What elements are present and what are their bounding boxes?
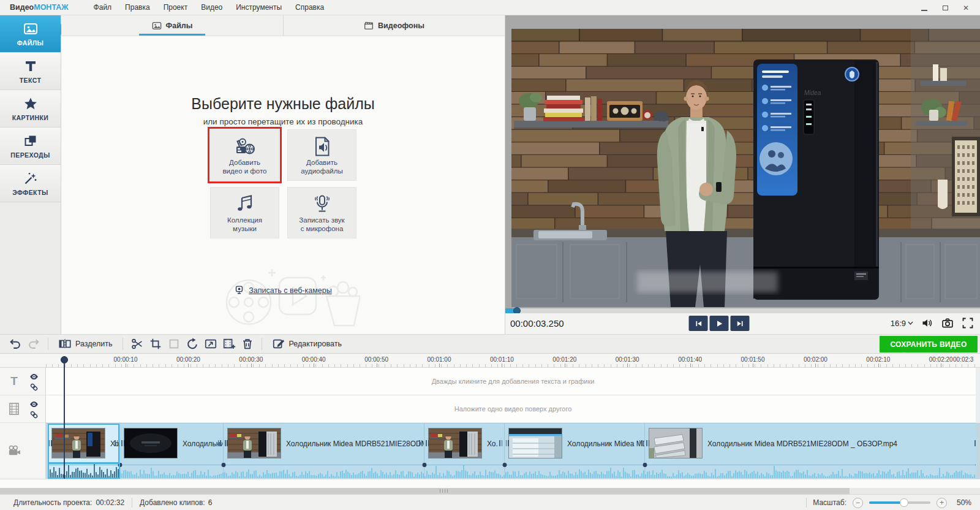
- vertical-scrollbar-thumb[interactable]: [976, 423, 980, 479]
- timeline-clip[interactable]: Холодильник: [120, 424, 224, 463]
- audio-track[interactable]: [46, 463, 980, 479]
- frame-button[interactable]: [167, 337, 181, 351]
- clip-right-trim-handle[interactable]: [115, 440, 118, 446]
- sidebar-item-transitions[interactable]: ПЕРЕХОДЫ: [0, 128, 61, 165]
- horizontal-scrollbar-thumb[interactable]: [0, 488, 850, 494]
- window-controls: ✕: [916, 0, 974, 15]
- eye-visibility-icon[interactable]: [29, 399, 39, 408]
- overlay-track[interactable]: Наложите одно видео поверх другого: [46, 395, 980, 423]
- record-microphone-button[interactable]: Записать звукс микрофона: [287, 187, 356, 238]
- timeline-clip[interactable]: Холодильник Midea MDRB52: [505, 424, 645, 463]
- minimize-button[interactable]: [916, 2, 932, 14]
- sidebar: ФАЙЛЫТЕКСТКАРТИНКИПЕРЕХОДЫЭФФЕКТЫ: [0, 15, 61, 334]
- sidebar-item-label: КАРТИНКИ: [12, 114, 49, 121]
- eye-visibility-icon[interactable]: [29, 371, 39, 381]
- link-chain-icon[interactable]: [29, 409, 39, 419]
- timeline-gap: [0, 479, 980, 488]
- save-video-button[interactable]: СОХРАНИТЬ ВИДЕО: [880, 336, 978, 352]
- clip-right-trim-handle[interactable]: [419, 440, 422, 446]
- crop-button[interactable]: [149, 337, 162, 351]
- project-duration-value: 00:02:32: [96, 498, 124, 507]
- link-chain-icon[interactable]: [29, 382, 39, 391]
- seek-bar[interactable]: [505, 308, 980, 313]
- next-frame-button[interactable]: [731, 316, 750, 331]
- timeline-clip[interactable]: Холодильник Midea MDRB521MIE28ODM _ ОБЗО…: [645, 424, 980, 463]
- playhead[interactable]: [64, 363, 65, 479]
- ruler-label: 00:01:00: [428, 356, 451, 363]
- action-label-line2: видео и фото: [223, 167, 267, 175]
- transport-buttons: [689, 316, 750, 331]
- tab-files[interactable]: Файлы: [61, 15, 283, 36]
- volume-icon[interactable]: [921, 317, 933, 329]
- undo-button[interactable]: [9, 337, 22, 351]
- delete-trash-button[interactable]: [241, 337, 254, 351]
- menu-bar: ФайлПравкаПроектВидеоИнструментыСправка: [87, 1, 331, 14]
- menu-edit[interactable]: Правка: [118, 1, 157, 14]
- add-video-photo-button[interactable]: Добавитьвидео и фото: [210, 129, 279, 181]
- aspect-ratio-select[interactable]: 16:9: [891, 319, 913, 328]
- zoom-control: Масштаб: − + 50%: [806, 495, 971, 510]
- text-icon: [23, 59, 38, 74]
- menu-help[interactable]: Справка: [288, 1, 331, 14]
- sidebar-item-effects[interactable]: ЭФФЕКТЫ: [0, 165, 61, 202]
- ruler-label: 00:00:50: [364, 356, 388, 363]
- menu-tools[interactable]: Инструменты: [229, 1, 288, 14]
- edit-clip-button[interactable]: Редактировать: [270, 337, 344, 351]
- title-bar: ВидеоМОНТАЖ ФайлПравкаПроектВидеоИнструм…: [0, 0, 980, 15]
- action-label-line2: аудиофайлы: [301, 167, 342, 175]
- play-button[interactable]: [710, 316, 729, 331]
- timeline-ruler[interactable]: 00:00:1000:00:2000:00:3000:00:4000:00:50…: [0, 354, 980, 368]
- timeline-clip[interactable]: Хо.: [424, 424, 505, 463]
- clip-label: Холодильник Midea MDRB52: [567, 424, 645, 463]
- text-track[interactable]: Дважды кликните для добавления текста и …: [46, 368, 980, 395]
- zoom-out-button[interactable]: −: [853, 498, 863, 508]
- zoom-in-button[interactable]: +: [937, 498, 947, 508]
- sidebar-item-text[interactable]: ТЕКСТ: [0, 53, 61, 90]
- menu-video[interactable]: Видео: [194, 1, 229, 14]
- ruler-label: 00:02:3: [953, 356, 973, 363]
- maximize-button[interactable]: [937, 2, 953, 14]
- app-logo: ВидеоМОНТАЖ: [10, 3, 69, 12]
- timeline-vertical-scrollbar[interactable]: [976, 368, 980, 479]
- clip-right-trim-handle[interactable]: [639, 440, 643, 446]
- files-panel: ФайлыВидеофоны Выберите нужные файлы или…: [61, 15, 505, 334]
- cut-scissors-button[interactable]: [130, 337, 144, 351]
- audio-waveform: [48, 463, 980, 479]
- sidebar-item-images[interactable]: КАРТИНКИ: [0, 90, 61, 128]
- clip-thumbnail: [52, 428, 105, 458]
- ruler-label: 00:00:20: [176, 356, 200, 363]
- video-track[interactable]: ХолХолодильникХолодильник Midea MDRB521M…: [46, 423, 980, 463]
- split-button[interactable]: Разделить: [56, 337, 115, 351]
- track-headers: T: [0, 368, 46, 479]
- snapshot-camera-icon[interactable]: [941, 317, 954, 329]
- close-button[interactable]: ✕: [958, 2, 974, 14]
- rotate-button[interactable]: [186, 337, 199, 351]
- menu-project[interactable]: Проект: [157, 1, 195, 14]
- timeline-horizontal-scrollbar[interactable]: [0, 488, 980, 494]
- add-audio-button[interactable]: Добавитьаудиофайлы: [287, 129, 356, 181]
- tab-videobackgrounds[interactable]: Видеофоны: [283, 15, 505, 36]
- zoom-slider-handle[interactable]: [900, 498, 908, 507]
- files-panel-title: Выберите нужные файлы: [61, 95, 505, 113]
- timeline-clip[interactable]: Холодильник Midea MDRB521MIE28ODM _ Ol: [224, 424, 424, 463]
- video-scene: Midea: [511, 29, 980, 307]
- menu-file[interactable]: Файл: [87, 1, 119, 14]
- add-clip-button[interactable]: [222, 337, 236, 351]
- ruler-label: 00:01:50: [741, 356, 765, 363]
- timeline-clip[interactable]: Хол: [48, 424, 120, 463]
- redo-button[interactable]: [27, 337, 40, 351]
- picture-in-picture-button[interactable]: [204, 337, 217, 351]
- clip-right-trim-handle[interactable]: [218, 440, 221, 446]
- selected-audio-segment: [48, 463, 120, 479]
- playback-time: 00:00:03.250: [510, 318, 564, 329]
- image-icon: [23, 21, 38, 36]
- files-panel-content: Выберите нужные файлы или просто перетащ…: [61, 36, 505, 334]
- zoom-slider[interactable]: [869, 501, 930, 504]
- previous-frame-button[interactable]: [689, 316, 708, 331]
- video-preview-frame: Midea: [511, 29, 980, 307]
- fullscreen-icon[interactable]: [962, 317, 974, 329]
- music-notes-icon: [235, 192, 255, 216]
- music-collection-button[interactable]: Коллекциямузыки: [210, 187, 279, 238]
- sidebar-item-files[interactable]: ФАЙЛЫ: [0, 15, 61, 53]
- clip-right-trim-handle[interactable]: [499, 440, 502, 446]
